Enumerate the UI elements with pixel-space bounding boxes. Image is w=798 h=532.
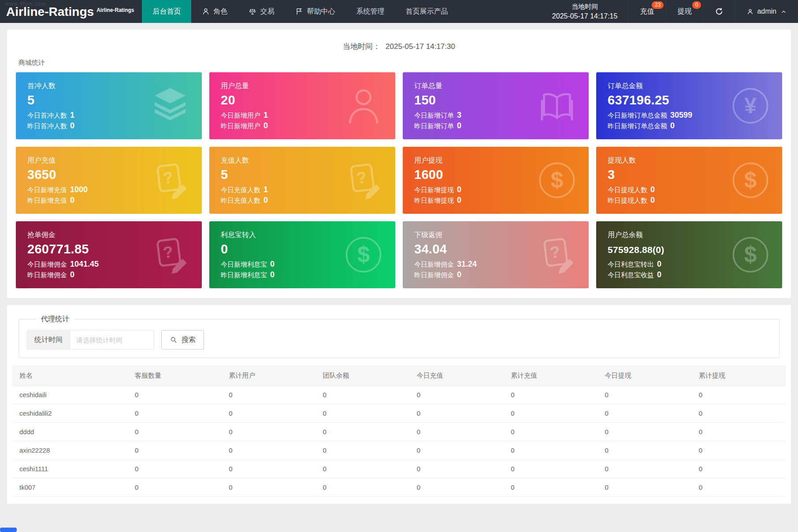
- card-line-value: 31.24: [457, 260, 477, 268]
- value-cell: 0: [692, 460, 786, 478]
- agent-filter-row: 统计时间 搜索: [27, 330, 771, 350]
- column-header: 姓名: [12, 366, 128, 386]
- value-cell: 0: [598, 404, 691, 423]
- card-line-label: 今日新增佣金: [414, 260, 454, 268]
- withdraw-badge: 0: [692, 1, 701, 9]
- table-row: tk0070000000: [12, 478, 786, 497]
- value-cell: 0: [504, 460, 598, 478]
- column-header: 团队余额: [316, 366, 410, 386]
- recharge-badge: 23: [652, 1, 664, 9]
- page-content: 当地时间：2025-05-17 14:17:30 商城统计 首冲人数5今日首冲人…: [0, 23, 798, 510]
- value-cell: 0: [410, 478, 504, 497]
- svg-text:?: ?: [162, 242, 174, 261]
- agent-name-cell: tk007: [12, 478, 128, 497]
- card-line-value: 0: [270, 260, 275, 268]
- value-cell: 0: [410, 423, 504, 441]
- value-cell: 0: [504, 423, 598, 441]
- horizontal-scrollbar-thumb[interactable]: [0, 528, 17, 532]
- value-cell: 0: [598, 423, 691, 441]
- card-line-label: 昨日新增订单总金额: [608, 122, 667, 130]
- agent-table-body: ceshidaili0000000ceshidalili20000000dddd…: [12, 386, 786, 497]
- card-line-label: 今日利息宝收益: [608, 271, 654, 279]
- value-cell: 0: [410, 404, 504, 423]
- flag-icon: [295, 7, 303, 15]
- search-icon: [170, 336, 178, 344]
- menu-item-system-manage[interactable]: 系统管理: [345, 0, 395, 23]
- value-cell: 0: [598, 386, 691, 404]
- chevron-up-icon: [781, 9, 787, 15]
- value-cell: 0: [316, 478, 410, 497]
- card-line-label: 今日提现人数: [608, 186, 647, 193]
- agent-stats-legend: 代理统计: [37, 315, 74, 324]
- stat-card-user-total-balance: 用户总余额575928.88(0)今日利息宝转出0今日利息宝收益0$: [596, 221, 782, 288]
- value-cell: 0: [222, 386, 315, 404]
- stats-time-input[interactable]: [70, 331, 154, 349]
- menu-item-trade[interactable]: 交易: [238, 0, 285, 23]
- user-icon: [747, 8, 753, 15]
- value-cell: 0: [692, 441, 786, 460]
- card-line-label: 昨日新增佣金: [414, 271, 454, 279]
- table-row: ceshi11110000000: [12, 460, 786, 478]
- table-row: ceshidaili0000000: [12, 386, 786, 404]
- withdraw-button[interactable]: 提现 0: [665, 0, 703, 23]
- contract-icon: ?: [150, 234, 190, 275]
- mall-stats-panel: 当地时间：2025-05-17 14:17:30 商城统计 首冲人数5今日首冲人…: [7, 30, 791, 298]
- dollar-icon: $: [537, 160, 577, 201]
- card-line-value: 0: [457, 185, 461, 194]
- menu-item-home[interactable]: 后台首页: [142, 0, 191, 23]
- card-line-value: 1: [264, 111, 268, 119]
- svg-text:$: $: [357, 242, 370, 267]
- stat-card-interest-transfer-in: 利息宝转入0今日新增利息宝0昨日新增利息宝0$: [209, 221, 395, 288]
- column-header: 今日提现: [598, 366, 691, 386]
- card-line-value: 3: [457, 111, 461, 119]
- mall-stats-title: 商城统计: [19, 59, 791, 67]
- navbar-local-time: 当地时间 2025-05-17 14:17:15: [542, 0, 628, 23]
- stats-time-group: 统计时间: [27, 330, 154, 350]
- recharge-button[interactable]: 充值 23: [628, 0, 665, 23]
- layers-icon: [150, 86, 190, 126]
- search-button[interactable]: 搜索: [161, 330, 204, 350]
- person-icon: [202, 7, 210, 15]
- card-line-label: 昨日新增利息宝: [221, 271, 267, 279]
- stat-card-total-orders: 订单总量150今日新增订单3昨日新增订单0: [403, 72, 589, 139]
- card-line-value: 0: [70, 121, 74, 130]
- value-cell: 0: [128, 460, 222, 478]
- scales-icon: [249, 7, 256, 15]
- agent-table: 姓名客服数量累计用户团队余额今日充值累计充值今日提现累计提现 ceshidail…: [12, 366, 786, 497]
- column-header: 累计充值: [504, 366, 598, 386]
- stats-time-label: 统计时间: [27, 331, 70, 349]
- stat-card-recharge-users: 充值人数5今日充值人数1昨日充值人数0?: [209, 147, 395, 214]
- stat-card-total-order-amount: 订单总金额637196.25今日新增订单总金额30599昨日新增订单总金额0¥: [596, 72, 782, 139]
- svg-text:?: ?: [356, 168, 367, 187]
- refresh-button[interactable]: [703, 0, 735, 23]
- card-line-label: 今日利息宝转出: [608, 260, 654, 268]
- stat-card-first-recharge-users: 首冲人数5今日首冲人数1昨日首冲人数0: [16, 72, 202, 139]
- value-cell: 0: [410, 441, 504, 460]
- card-line-value: 1000: [70, 185, 88, 194]
- stat-card-order-commission: 抢单佣金260771.85今日新增佣金1041.45昨日新增佣金0?: [16, 221, 202, 288]
- value-cell: 0: [504, 441, 598, 460]
- agent-name-cell: ceshi1111: [12, 460, 128, 478]
- main-menu: 后台首页角色交易帮助中心系统管理首页展示产品: [142, 0, 458, 23]
- user-menu[interactable]: admin: [735, 0, 798, 23]
- menu-item-role[interactable]: 角色: [191, 0, 238, 23]
- value-cell: 0: [128, 404, 222, 423]
- svg-text:?: ?: [162, 168, 174, 187]
- card-line-value: 0: [70, 196, 74, 205]
- menu-item-home-products[interactable]: 首页展示产品: [395, 0, 458, 23]
- agent-name-cell: ceshidaili: [12, 386, 128, 404]
- card-line-label: 今日充值人数: [221, 186, 260, 193]
- menu-item-help-center[interactable]: 帮助中心: [285, 0, 345, 23]
- value-cell: 0: [128, 423, 222, 441]
- stat-card-total-users: 用户总量20今日新增用户1昨日新增用户0: [209, 72, 395, 139]
- card-line-label: 昨日新增订单: [414, 122, 454, 130]
- card-line-value: 0: [264, 121, 268, 130]
- svg-text:?: ?: [549, 242, 561, 261]
- card-line-label: 今日新增订单总金额: [608, 112, 667, 119]
- card-line-label: 昨日提现人数: [608, 197, 647, 204]
- card-line-value: 0: [650, 196, 655, 205]
- dollar-icon: $: [343, 234, 384, 275]
- agent-stats-panel: 代理统计 统计时间 搜索 姓名客服数量累计用户团队余额今日充值累计充值今日提现累…: [7, 305, 791, 504]
- card-line-label: 今日新增订单: [414, 112, 454, 119]
- agent-name-cell: ceshidalili2: [12, 404, 128, 423]
